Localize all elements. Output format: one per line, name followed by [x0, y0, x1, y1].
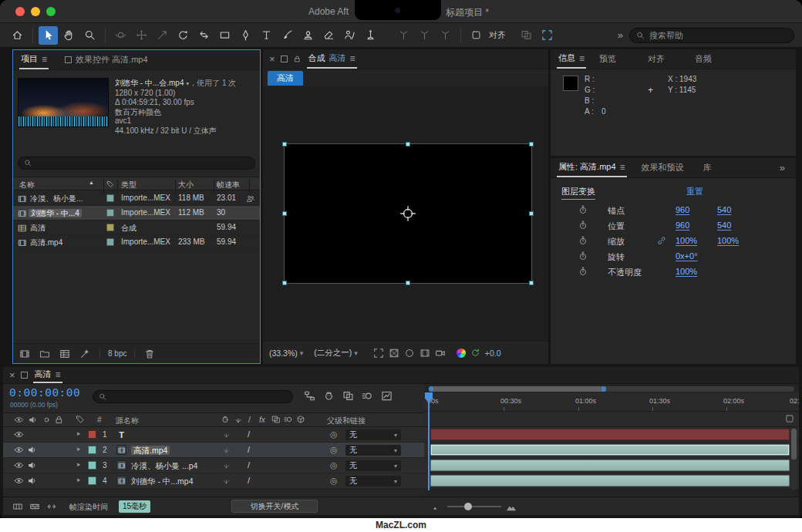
- minimize-window-button[interactable]: [31, 7, 40, 16]
- shape-path-visibility-button[interactable]: [537, 26, 557, 45]
- layer-row[interactable]: ▸ 1 T / ◎ 无▾: [3, 427, 424, 443]
- audio-icon[interactable]: [27, 460, 37, 470]
- quality-switch[interactable]: /: [248, 476, 250, 485]
- project-row[interactable]: 高清.mp4 Importe...MEX 233 MB 59.94: [13, 235, 260, 250]
- item-name[interactable]: 高清: [30, 223, 45, 234]
- hand-tool-button[interactable]: [59, 26, 79, 45]
- quality-switch[interactable]: /: [248, 429, 250, 439]
- help-search-field[interactable]: [629, 28, 794, 43]
- tab-timeline-comp[interactable]: 高清≡: [33, 367, 62, 383]
- current-time-indicator[interactable]: [428, 392, 430, 490]
- composition-viewer-tab[interactable]: 高清: [268, 71, 303, 86]
- tab-project[interactable]: 项目≡: [19, 50, 49, 69]
- rotation-tool-button[interactable]: [174, 26, 193, 45]
- link-icon[interactable]: [657, 236, 666, 245]
- transparency-grid-button[interactable]: [389, 348, 399, 359]
- stopwatch-icon[interactable]: [578, 236, 588, 245]
- layer-row-selected[interactable]: ▸ 2 高清.mp4 / ◎ 无▾: [3, 443, 424, 458]
- close-window-button[interactable]: [15, 7, 25, 16]
- stopwatch-icon[interactable]: [578, 251, 588, 261]
- layer-bar[interactable]: [430, 460, 790, 471]
- composition-flowchart-icon[interactable]: [304, 390, 315, 402]
- timeline-navigator[interactable]: [429, 386, 794, 392]
- close-panel-icon[interactable]: ×: [269, 53, 275, 65]
- item-name[interactable]: 冷漠、杨小曼...: [30, 194, 83, 204]
- timeline-search-field[interactable]: [93, 390, 293, 403]
- collapse-switch[interactable]: [222, 430, 231, 439]
- pick-whip-icon[interactable]: ◎: [330, 429, 338, 439]
- layer-name[interactable]: 冷漠、杨小曼 ...p4: [131, 461, 197, 472]
- section-title[interactable]: 图层变换: [561, 186, 595, 200]
- help-search-input[interactable]: [649, 31, 787, 40]
- navigator-handle[interactable]: [602, 386, 606, 392]
- selection-tool-button[interactable]: [39, 26, 58, 45]
- selection-handle[interactable]: [282, 211, 287, 216]
- close-panel-icon[interactable]: ×: [9, 369, 15, 381]
- composition-viewer[interactable]: [263, 86, 548, 341]
- selection-handle[interactable]: [529, 142, 534, 146]
- dolly-camera-tool-button[interactable]: [153, 26, 172, 45]
- pan-behind-tool-button[interactable]: [194, 26, 214, 45]
- exposure-value[interactable]: +0.0: [485, 348, 501, 358]
- column-label-icon[interactable]: [106, 180, 114, 188]
- mask-visibility-button[interactable]: [404, 348, 415, 359]
- current-time-display[interactable]: 0:00:00:00: [9, 386, 80, 399]
- tab-effects-presets[interactable]: 效果和预设: [640, 158, 686, 177]
- expand-caret-icon[interactable]: ▸: [77, 445, 81, 453]
- zoom-out-mountain-icon[interactable]: [432, 503, 441, 512]
- property-value[interactable]: 960: [676, 221, 689, 230]
- label-color-chip[interactable]: [106, 238, 114, 246]
- timeline-zoom-slider-track[interactable]: [447, 506, 501, 507]
- region-of-interest-button[interactable]: [373, 348, 384, 359]
- layer-label-chip[interactable]: [88, 430, 96, 439]
- mask-visibility-button[interactable]: [517, 26, 536, 45]
- new-folder-button[interactable]: [39, 348, 50, 359]
- layer-label-chip[interactable]: [88, 446, 96, 454]
- collapse-switch[interactable]: [222, 476, 231, 485]
- scrollbar-thumb[interactable]: [791, 429, 797, 460]
- view-axis-mode-button[interactable]: [436, 26, 455, 45]
- pick-whip-icon[interactable]: ◎: [330, 445, 338, 455]
- layer-switches-pane-toggle-icon[interactable]: [12, 501, 23, 512]
- magnification-dropdown[interactable]: (33.3%)▾: [269, 348, 303, 358]
- selection-handle[interactable]: [529, 211, 534, 216]
- layer-name[interactable]: 刘德华 - 中...mp4: [131, 476, 194, 487]
- delete-item-button[interactable]: [144, 348, 155, 359]
- label-color-chip[interactable]: [106, 209, 114, 217]
- orbit-camera-tool-button[interactable]: [111, 26, 130, 45]
- project-row[interactable]: 冷漠、杨小曼... Importe...MEX 118 MB 23.01: [13, 191, 260, 206]
- layer-name[interactable]: 高清.mp4: [131, 446, 170, 455]
- type-tool-button[interactable]: [257, 26, 276, 45]
- expand-caret-icon[interactable]: ▸: [77, 460, 81, 468]
- camera-view-button[interactable]: [435, 348, 446, 359]
- reset-exposure-button[interactable]: [470, 348, 480, 358]
- item-name[interactable]: 高清.mp4: [30, 237, 62, 248]
- time-ruler[interactable]: 00s 00:30s 01:00s 01:30s 02:00s 02:: [424, 392, 799, 412]
- property-value[interactable]: 100%: [717, 236, 739, 245]
- layer-bar[interactable]: [430, 475, 790, 487]
- label-color-chip[interactable]: [106, 194, 114, 202]
- color-management-icon[interactable]: [457, 348, 466, 358]
- project-search-input[interactable]: [35, 157, 249, 169]
- clone-stamp-tool-button[interactable]: [298, 26, 318, 45]
- interpret-footage-button[interactable]: [19, 348, 30, 359]
- expand-caret-icon[interactable]: ▸: [77, 429, 81, 437]
- tab-properties[interactable]: 属性: 高清.mp4≡: [557, 158, 627, 177]
- project-search-field[interactable]: [18, 157, 255, 170]
- pick-whip-icon[interactable]: ◎: [330, 460, 338, 470]
- stopwatch-icon[interactable]: [578, 205, 588, 214]
- selection-handle[interactable]: [282, 142, 287, 146]
- tab-library[interactable]: 库: [702, 158, 713, 177]
- panel-menu-icon[interactable]: ≡: [350, 53, 356, 64]
- shy-layers-icon[interactable]: [323, 390, 335, 402]
- source-name-column-header[interactable]: 源名称: [116, 416, 139, 426]
- panel-menu-icon[interactable]: ≡: [56, 369, 61, 380]
- brush-tool-button[interactable]: [278, 26, 297, 45]
- eye-icon[interactable]: [14, 445, 24, 455]
- navigator-handle[interactable]: [429, 386, 433, 392]
- collapse-switch[interactable]: [222, 446, 231, 454]
- property-value[interactable]: 100%: [676, 236, 697, 245]
- parent-dropdown[interactable]: 无▾: [345, 460, 401, 471]
- navigator-view-region[interactable]: [429, 386, 606, 392]
- new-composition-button[interactable]: [59, 348, 70, 359]
